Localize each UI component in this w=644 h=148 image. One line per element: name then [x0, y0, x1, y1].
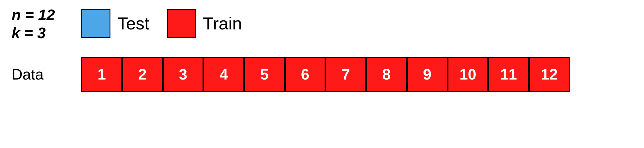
stats-panel: n = 12 k = 3 [12, 6, 58, 42]
cell-number-7: 7 [342, 66, 350, 83]
test-color-box [81, 9, 110, 38]
data-cell-9: 9 [407, 57, 448, 92]
cell-number-10: 10 [459, 66, 476, 83]
data-label: Data [12, 66, 58, 83]
top-section: n = 12 k = 3 Test Train [12, 6, 632, 42]
n-value: n = 12 [12, 6, 58, 24]
cell-number-5: 5 [260, 66, 269, 83]
cell-number-3: 3 [179, 66, 187, 83]
cell-number-12: 12 [541, 66, 558, 83]
legend-item-train: Train [167, 9, 242, 38]
data-cell-5: 5 [244, 57, 285, 92]
legend-item-test: Test [81, 9, 149, 38]
data-cell-7: 7 [325, 57, 366, 92]
train-color-box [167, 9, 196, 38]
data-cell-6: 6 [285, 57, 325, 92]
data-cell-3: 3 [163, 57, 203, 92]
cell-number-1: 1 [98, 66, 106, 83]
data-cell-4: 4 [203, 57, 244, 92]
cell-number-4: 4 [220, 66, 228, 83]
k-value: k = 3 [12, 24, 58, 42]
cell-number-2: 2 [138, 66, 147, 83]
cell-number-6: 6 [301, 66, 310, 83]
data-cell-11: 11 [488, 57, 529, 92]
data-cells: 123456789101112 [81, 57, 570, 92]
data-cell-8: 8 [366, 57, 407, 92]
data-cell-12: 12 [529, 57, 570, 92]
test-label: Test [117, 13, 149, 34]
cell-number-9: 9 [423, 66, 432, 83]
bottom-section: Data 123456789101112 [12, 57, 632, 92]
data-cell-2: 2 [122, 57, 163, 92]
train-label: Train [203, 13, 242, 34]
data-cell-1: 1 [81, 57, 122, 92]
cell-number-11: 11 [500, 66, 517, 83]
cell-number-8: 8 [382, 66, 391, 83]
main-container: n = 12 k = 3 Test Train Data 12345678910… [0, 0, 644, 148]
legend: Test Train [81, 6, 242, 38]
data-cell-10: 10 [448, 57, 488, 92]
